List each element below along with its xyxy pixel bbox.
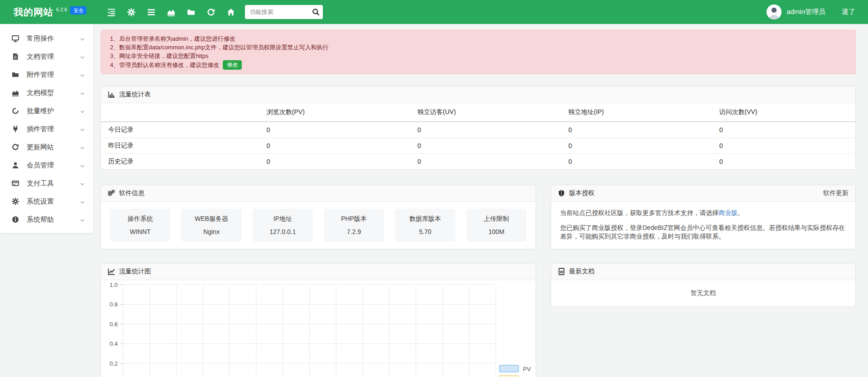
traffic-col-header: 浏览次数(PV) [259,103,410,122]
chevron-down-icon [80,108,85,114]
navbar-folder-icon[interactable] [187,8,195,16]
chart-line-icon [108,268,115,275]
search-box [245,5,323,19]
alert-line: 3、网址非安全链接，建议您配置https [110,52,846,60]
chevron-down-icon [80,73,85,78]
sidebar-item[interactable]: 文档管理 [0,48,93,66]
software-info-card: PHP版本7.2.9 [324,209,384,242]
row-value: 0 [259,154,410,170]
sidebar-item[interactable]: 会员管理 [0,156,93,174]
table-row: 今日记录0000 [101,122,855,138]
sidebar-item-label: 更新网站 [27,143,80,152]
chevron-down-icon [80,90,85,95]
doc-w-icon: W [558,268,565,275]
legend-label-UV[interactable]: UV [523,376,531,377]
credit-card-icon [12,180,19,187]
card-value: 127.0.0.1 [254,228,311,235]
software-info-card: IP地址127.0.0.1 [253,209,313,242]
svg-text:0.8: 0.8 [110,301,118,308]
legend-swatch-UV[interactable] [499,375,518,377]
cogs-icon [108,190,115,197]
chevron-down-icon [80,163,85,169]
sidebar-item[interactable]: 插件管理 [0,120,93,138]
sidebar-item[interactable]: 支付工具 [0,174,93,192]
software-info-cards: 操作系统WINNTWEB服务器NginxIP地址127.0.0.1PHP版本7.… [101,202,536,249]
card-label: IP地址 [254,215,311,223]
legend-label-PV[interactable]: PV [523,366,531,372]
brand[interactable]: 我的网站 6.2.6 安全 [14,6,86,19]
sidebar-item-label: 附件管理 [27,71,80,79]
card-label: 操作系统 [112,215,168,223]
navbar-outdent-icon[interactable] [107,8,115,16]
chevron-down-icon [80,55,85,60]
search-input[interactable] [245,5,323,19]
sidebar-item-label: 常用操作 [27,34,80,43]
row-value: 0 [712,138,855,154]
svg-text:0.4: 0.4 [110,340,118,347]
sync-icon [207,8,215,16]
sidebar-item[interactable]: 常用操作 [0,29,93,48]
license-text-period: 。 [738,209,744,216]
search-icon[interactable] [312,8,320,16]
svg-text:0.2: 0.2 [110,360,118,367]
logout-button[interactable]: 退了 [842,8,855,16]
software-update-link[interactable]: 软件更新 [823,189,849,197]
traffic-col-header: 独立访客(UV) [410,103,561,122]
sidebar-item[interactable]: 更新网站 [0,138,93,156]
svg-text:W: W [560,270,564,274]
chevron-down-icon [80,91,85,96]
sidebar-item-label: 插件管理 [27,125,80,134]
software-info-card: 数据库版本5.70 [395,209,455,242]
sidebar-item-label: 批量维护 [27,107,80,115]
alert-line: 2、数据库配置data/common.inc.php文件，建议您以管理员权限设置… [110,43,846,52]
chart-area-icon [167,8,175,16]
license-title: 版本授权 [569,189,595,197]
table-row: 昨日记录0000 [101,138,855,154]
sidebar-item[interactable]: 系统帮助 [0,210,93,229]
chart-line-icon [108,268,115,275]
sidebar-item-label: 文档模型 [27,89,80,97]
avatar-person-icon [767,5,782,19]
navbar-chart-area-icon[interactable] [167,8,175,16]
software-info-card: WEB服务器Nginx [181,209,241,242]
user-icon [12,162,19,169]
legend-swatch-PV[interactable] [499,365,518,372]
navbar-home-icon[interactable] [227,8,235,16]
user-icon [12,162,19,169]
row-value: 0 [259,138,410,154]
sidebar-item[interactable]: 批量维护 [0,102,93,120]
desktop-icon [12,35,19,42]
sync-icon [12,143,19,151]
row-value: 0 [259,122,410,138]
chevron-down-icon [80,199,85,204]
chevron-down-icon [80,181,85,186]
alert-text: 1、后台管理登录名称为admin，建议您进行修改 [110,34,235,43]
security-badge[interactable]: 安全 [70,6,86,14]
sidebar-item[interactable]: 文档模型 [0,84,93,102]
gear-icon [127,8,135,16]
sidebar: 常用操作文档管理附件管理文档模型批量维护插件管理更新网站会员管理支付工具系统设置… [0,24,94,234]
chevron-down-icon [80,218,85,223]
circle-notch-icon [12,107,19,115]
latest-docs-panel: W 最新文档 暂无文档 [551,263,856,307]
license-text: 当前站点已授权社区版，获取更多官方技术支持，请选择 [560,209,719,216]
fix-button[interactable]: 修改 [223,60,242,70]
circle-notch-icon [12,107,19,115]
traffic-col-header: 独立地址(IP) [561,103,712,122]
home-icon [227,8,235,16]
sidebar-item[interactable]: 系统设置 [0,192,93,210]
sidebar-item[interactable]: 附件管理 [0,66,93,84]
navbar-sync-icon[interactable] [207,8,215,16]
card-label: 数据库版本 [397,215,453,223]
navbar-gear-icon[interactable] [127,8,135,16]
plug-icon [12,125,19,133]
gear-icon [12,198,19,205]
chevron-down-icon [80,72,85,77]
sidebar-item-label: 支付工具 [27,179,80,188]
navbar-bars-icon[interactable] [147,8,155,16]
commercial-version-link[interactable]: 商业版 [719,209,738,216]
file-icon [12,53,19,60]
user-menu[interactable]: admin管理员 [786,8,825,16]
latest-docs-empty: 暂无文档 [551,280,855,306]
avatar[interactable] [767,5,782,19]
